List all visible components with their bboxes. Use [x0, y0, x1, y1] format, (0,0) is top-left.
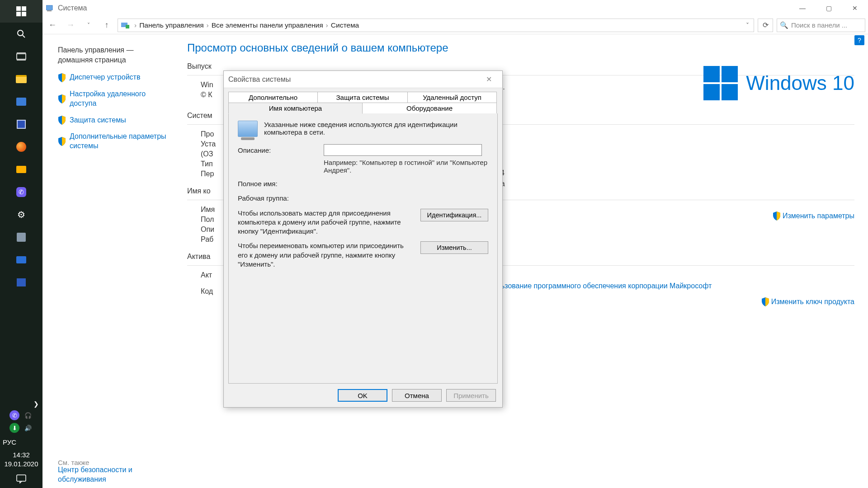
windows-logo: Windows 10: [703, 66, 854, 100]
breadcrumb-0[interactable]: Панель управления: [138, 21, 204, 29]
description-input[interactable]: [324, 144, 482, 156]
sys-ram-label: Уста: [201, 140, 216, 148]
sidebar-advanced-settings[interactable]: Дополнительные параметры системы: [58, 132, 166, 151]
description-label: Описание:: [238, 146, 324, 154]
dialog-intro-text: Указанные ниже сведения используются для…: [264, 121, 488, 137]
copyright-line: © К: [201, 91, 212, 99]
svg-rect-10: [46, 5, 52, 10]
tray-icon-volume[interactable]: 🔊: [23, 423, 33, 433]
tab-system-protection[interactable]: Защита системы: [318, 92, 407, 103]
taskview-button[interactable]: [0, 45, 42, 68]
taskbar-app-save[interactable]: [0, 113, 42, 136]
maximize-button[interactable]: ▢: [816, 0, 842, 16]
svg-rect-3: [22, 12, 26, 16]
sidebar-device-manager[interactable]: Диспетчер устройств: [58, 73, 166, 82]
search-button[interactable]: [0, 23, 42, 45]
close-button[interactable]: ✕: [842, 0, 868, 16]
taskbar: ✆ ⚙ ❯ ✆ 🎧 ⬇ 🔊 РУС 14:32 19.01.2020: [0, 0, 42, 488]
start-button[interactable]: [0, 0, 42, 23]
dialog-titlebar: Свойства системы ✕: [224, 71, 502, 88]
sys-pen-label: Пер: [201, 170, 214, 178]
sidebar-system-protection[interactable]: Защита системы: [58, 116, 166, 125]
breadcrumb-1[interactable]: Все элементы панели управления: [211, 21, 324, 29]
svg-rect-13: [126, 25, 129, 28]
see-also-security-center[interactable]: Центр безопасности и обслуживания: [58, 465, 171, 484]
svg-rect-1: [22, 6, 26, 11]
taskbar-app-explorer[interactable]: [0, 68, 42, 90]
sidebar-home-link[interactable]: Панель управления — домашняя страница: [58, 45, 166, 65]
dialog-tabs: Дополнительно Защита системы Удаленный д…: [224, 88, 502, 113]
fullname-label: Полное имя:: [238, 179, 488, 188]
tray-overflow-chevron[interactable]: ❯: [0, 399, 42, 408]
taskbar-app-generic1[interactable]: [0, 90, 42, 113]
nav-forward: →: [63, 18, 78, 33]
language-indicator[interactable]: РУС: [0, 436, 42, 449]
name-desc-label: Опи: [201, 225, 214, 234]
name-computer-label: Имя: [201, 206, 215, 214]
ok-button[interactable]: OK: [338, 389, 387, 402]
clock[interactable]: 14:32 19.01.2020: [0, 449, 42, 470]
change-product-key-link[interactable]: Изменить ключ продукта: [761, 297, 854, 306]
window-title: Система: [58, 4, 87, 12]
search-input[interactable]: 🔍 Поиск в панели ...: [777, 19, 865, 32]
description-hint: Например: "Компьютер в гостиной" или "Ко…: [324, 159, 488, 174]
refresh-button[interactable]: ⟳: [758, 19, 773, 32]
tab-computer-name[interactable]: Имя компьютера: [228, 103, 363, 114]
tab-advanced[interactable]: Дополнительно: [228, 92, 318, 103]
tab-hardware[interactable]: Оборудование: [363, 103, 497, 114]
computer-icon: [238, 121, 258, 137]
dialog-body: Указанные ниже сведения используются для…: [228, 113, 498, 384]
tray-icon-download[interactable]: ⬇: [9, 423, 19, 433]
name-workgroup-label: Раб: [201, 235, 213, 244]
breadcrumb-2[interactable]: Система: [330, 21, 360, 29]
sys-processor-label: Про: [201, 130, 214, 138]
svg-rect-2: [16, 12, 21, 16]
action-center-button[interactable]: [0, 470, 42, 488]
nav-up[interactable]: ↑: [99, 18, 114, 33]
windows-logo-text: Windows 10: [746, 72, 854, 94]
tray-icon-viber[interactable]: ✆: [9, 410, 19, 420]
dialog-buttons: OK Отмена Применить: [224, 384, 502, 407]
taskbar-app-settings[interactable]: ⚙: [0, 203, 42, 226]
name-fullname-label: Пол: [201, 216, 214, 224]
svg-rect-6: [17, 54, 26, 59]
shield-icon: [58, 116, 66, 125]
change-button[interactable]: Изменить...: [420, 241, 488, 254]
activation-status-label: Акт: [201, 271, 212, 279]
page-heading: Просмотр основных сведений о вашем компь…: [187, 42, 854, 54]
shield-icon: [761, 297, 769, 306]
clock-time: 14:32: [0, 450, 42, 460]
sys-ram-label2: (ОЗ: [201, 150, 213, 158]
svg-point-4: [18, 30, 23, 36]
taskbar-app-generic4[interactable]: [0, 271, 42, 294]
system-properties-dialog: Свойства системы ✕ Дополнительно Защита …: [223, 70, 503, 408]
dialog-title: Свойства системы: [228, 75, 291, 84]
address-bar: ← → ˅ ↑ › Панель управления › Все элемен…: [42, 16, 868, 34]
search-icon: 🔍: [780, 21, 788, 29]
cancel-button[interactable]: Отмена: [392, 389, 442, 402]
window-icon: [45, 3, 55, 13]
minimize-button[interactable]: —: [789, 0, 816, 16]
sys-type-label: Тип: [201, 160, 213, 168]
breadcrumb-bar[interactable]: › Панель управления › Все элементы панел…: [118, 19, 754, 32]
taskbar-app-folder2[interactable]: [0, 158, 42, 181]
sidebar-remote-settings[interactable]: Настройка удаленного доступа: [58, 89, 166, 108]
address-dropdown[interactable]: ˅: [744, 22, 751, 29]
identification-button[interactable]: Идентификация...: [420, 209, 488, 221]
tab-remote[interactable]: Удаленный доступ: [407, 92, 497, 103]
taskbar-app-generic3[interactable]: [0, 249, 42, 271]
tray-icon-headset[interactable]: 🎧: [23, 410, 33, 420]
change-settings-link[interactable]: Изменить параметры: [773, 211, 854, 221]
taskbar-app-viber[interactable]: ✆: [0, 181, 42, 203]
apply-button: Применить: [446, 389, 496, 402]
system-tray: ✆ 🎧 ⬇ 🔊: [0, 408, 42, 436]
windows-logo-icon: [703, 66, 738, 100]
dialog-close-button[interactable]: ✕: [480, 73, 498, 86]
nav-recent-dropdown[interactable]: ˅: [81, 18, 96, 33]
shield-icon: [58, 73, 66, 82]
shield-icon: [58, 94, 66, 103]
taskbar-app-firefox[interactable]: [0, 136, 42, 158]
taskbar-app-generic2[interactable]: [0, 226, 42, 249]
license-terms-link[interactable]: ользование программного обеспечения корп…: [493, 282, 712, 290]
nav-back[interactable]: ←: [45, 18, 60, 33]
